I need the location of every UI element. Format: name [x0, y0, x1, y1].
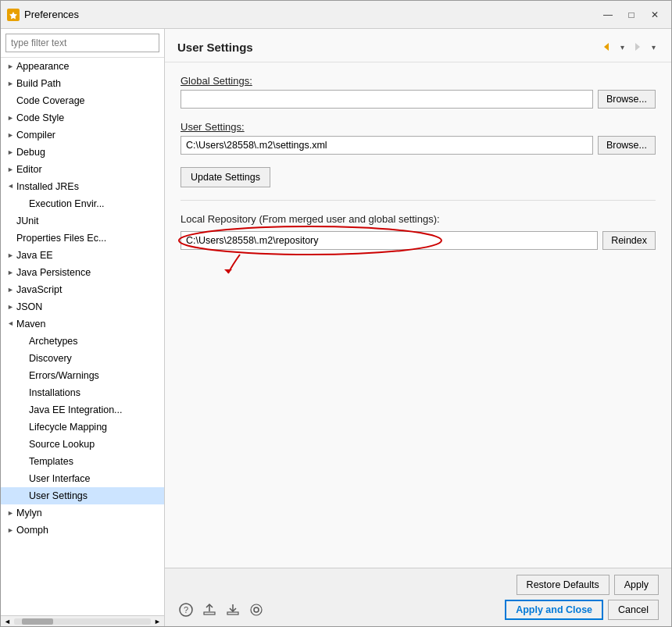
- search-input[interactable]: [5, 34, 159, 52]
- sidebar-item-errors-warnings[interactable]: ► Errors/Warnings: [1, 367, 164, 384]
- local-repo-group: Local Repository (From merged user and g…: [181, 213, 656, 250]
- sidebar-item-debug[interactable]: ► Debug: [1, 144, 164, 161]
- minimize-button[interactable]: —: [598, 6, 618, 23]
- sidebar-item-junit[interactable]: ► JUnit: [1, 212, 164, 230]
- footer: Restore Defaults Apply ?: [165, 568, 671, 626]
- sidebar-item-label: Java EE: [16, 250, 53, 261]
- sidebar-item-label: Errors/Warnings: [29, 370, 99, 381]
- sidebar-item-execution-envir[interactable]: ► Execution Envir...: [1, 195, 164, 212]
- global-settings-group: Global Settings: Browse...: [181, 75, 656, 109]
- svg-point-12: [251, 604, 262, 615]
- sidebar-item-installations[interactable]: ► Installations: [1, 384, 164, 401]
- sidebar-item-javascript[interactable]: ► JavaScript: [1, 281, 164, 298]
- sidebar-item-label: Templates: [29, 456, 73, 467]
- content-body: Global Settings: Browse... User Settings…: [165, 62, 671, 568]
- arrow-icon: ►: [7, 303, 15, 311]
- svg-text:?: ?: [184, 605, 188, 615]
- browse-button-1[interactable]: Browse...: [598, 90, 656, 109]
- sidebar-item-java-persistence[interactable]: ► Java Persistence: [1, 264, 164, 281]
- sidebar-item-build-path[interactable]: ► Build Path: [1, 75, 164, 92]
- sidebar-item-user-interface[interactable]: ► User Interface: [1, 470, 164, 487]
- sidebar-item-user-settings[interactable]: ► User Settings: [1, 487, 164, 504]
- scroll-right-arrow[interactable]: ►: [154, 618, 161, 625]
- user-settings-row: Browse...: [181, 136, 656, 155]
- apply-close-button[interactable]: Apply and Close: [505, 600, 603, 620]
- forward-dropdown[interactable]: ▾: [648, 38, 659, 55]
- cancel-button[interactable]: Cancel: [608, 600, 659, 620]
- sidebar-item-lifecycle-mapping[interactable]: ► Lifecycle Mapping: [1, 419, 164, 436]
- arrow-icon: ►: [7, 509, 15, 517]
- main-content: ► Appearance ► Build Path ► Code Coverag…: [1, 29, 671, 626]
- sidebar-item-label: Compiler: [16, 130, 55, 141]
- sidebar-item-appearance[interactable]: ► Appearance: [1, 58, 164, 75]
- help-icon[interactable]: ?: [177, 601, 195, 618]
- sidebar-item-label: Appearance: [16, 61, 69, 72]
- sidebar-item-label: Archetypes: [29, 336, 78, 347]
- sidebar-item-label: Discovery: [29, 353, 72, 364]
- sidebar-item-code-style[interactable]: ► Code Style: [1, 109, 164, 126]
- arrow-icon: ►: [7, 131, 15, 139]
- search-box: [1, 29, 164, 58]
- sidebar-item-label: Debug: [16, 147, 45, 158]
- footer-right-buttons: Apply and Close Cancel: [505, 600, 659, 620]
- arrow-icon: ►: [7, 148, 15, 156]
- footer-left-icons: ?: [177, 601, 265, 618]
- sidebar-item-mylyn[interactable]: ► Mylyn: [1, 504, 164, 522]
- export-icon[interactable]: [201, 601, 218, 618]
- svg-rect-9: [227, 612, 238, 615]
- sidebar-item-label: JUnit: [16, 216, 38, 226]
- sidebar-item-editor[interactable]: ► Editor: [1, 161, 164, 178]
- sidebar-item-source-lookup[interactable]: ► Source Lookup: [1, 436, 164, 453]
- arrow-icon: ►: [7, 251, 15, 259]
- reindex-button[interactable]: Reindex: [602, 231, 656, 250]
- user-settings-group: User Settings: Browse...: [181, 121, 656, 155]
- back-dropdown[interactable]: ▾: [617, 38, 627, 55]
- settings-icon[interactable]: [248, 601, 265, 618]
- sidebar-item-label: Build Path: [16, 78, 61, 89]
- sidebar-item-templates[interactable]: ► Templates: [1, 453, 164, 470]
- scroll-left-arrow[interactable]: ◄: [4, 618, 11, 625]
- sidebar-item-compiler[interactable]: ► Compiler: [1, 126, 164, 144]
- sidebar-item-label: Oomph: [16, 525, 48, 536]
- forward-button[interactable]: [629, 38, 646, 55]
- sidebar-item-label: JavaScript: [16, 284, 62, 295]
- sidebar-item-archetypes[interactable]: ► Archetypes: [1, 333, 164, 350]
- sidebar-item-label: Editor: [16, 164, 42, 175]
- arrow-icon: ►: [7, 166, 15, 173]
- local-repo-input[interactable]: [181, 231, 598, 250]
- sidebar-item-installed-jres[interactable]: ▼ Installed JREs: [1, 178, 164, 195]
- import-icon[interactable]: [224, 601, 241, 618]
- user-settings-input[interactable]: [181, 136, 593, 155]
- sidebar-item-json[interactable]: ► JSON: [1, 298, 164, 315]
- window-title: Preferences: [24, 9, 79, 20]
- sidebar-item-code-coverage[interactable]: ► Code Coverage: [1, 92, 164, 109]
- sidebar-item-label: Java Persistence: [16, 267, 91, 278]
- maximize-button[interactable]: □: [621, 6, 642, 23]
- sidebar-item-label: JSON: [16, 301, 42, 312]
- scrollbar-thumb[interactable]: [22, 618, 53, 625]
- browse-button-2[interactable]: Browse...: [598, 136, 656, 155]
- sidebar-item-label: User Interface: [29, 473, 91, 484]
- sidebar-item-maven[interactable]: ▼ Maven: [1, 315, 164, 333]
- sidebar-item-label: Source Lookup: [29, 439, 95, 450]
- sidebar-item-label: Maven: [16, 319, 46, 330]
- sidebar-item-java-ee[interactable]: ► Java EE: [1, 247, 164, 264]
- close-button[interactable]: ✕: [645, 6, 665, 23]
- update-settings-button[interactable]: Update Settings: [181, 167, 270, 187]
- sidebar-bottom-scrollbar[interactable]: ◄ ►: [1, 615, 164, 626]
- global-settings-input[interactable]: [181, 90, 593, 109]
- local-repo-label: Local Repository (From merged user and g…: [181, 213, 656, 225]
- content-header: User Settings ▾ ▾: [165, 29, 671, 62]
- sidebar-item-java-ee-integration[interactable]: ► Java EE Integration...: [1, 401, 164, 419]
- arrow-icon: ►: [7, 62, 15, 70]
- sidebar-item-label: User Settings: [29, 490, 88, 501]
- sidebar-item-label: Execution Envir...: [29, 198, 105, 209]
- sidebar-item-label: Lifecycle Mapping: [29, 422, 107, 433]
- sidebar-item-oomph[interactable]: ► Oomph: [1, 522, 164, 539]
- sidebar-item-properties-files[interactable]: ► Properties Files Ec...: [1, 230, 164, 247]
- apply-button[interactable]: Apply: [614, 575, 659, 595]
- restore-defaults-button[interactable]: Restore Defaults: [517, 575, 609, 595]
- scrollbar-track: [14, 618, 151, 625]
- back-button[interactable]: [598, 38, 615, 55]
- sidebar-item-discovery[interactable]: ► Discovery: [1, 350, 164, 367]
